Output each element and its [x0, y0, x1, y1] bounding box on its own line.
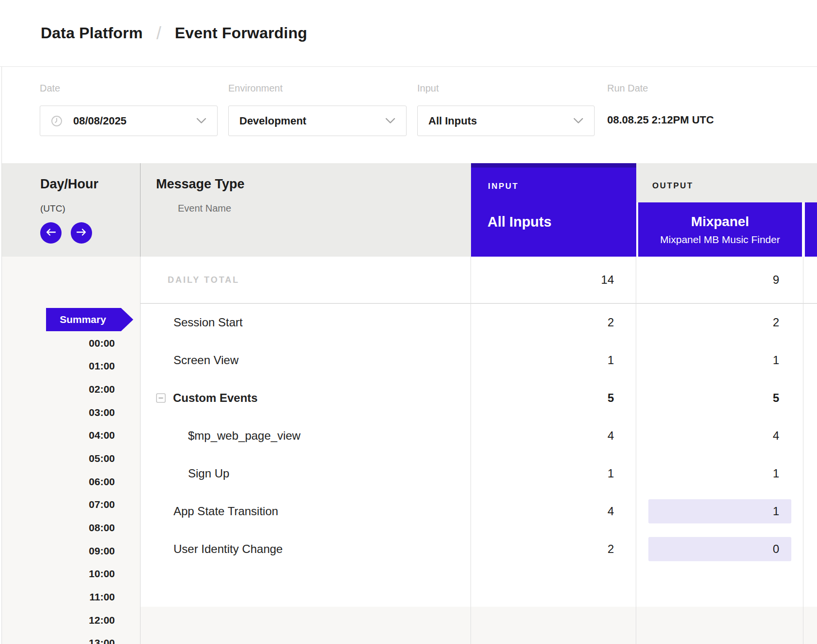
- sidebar-divider: [140, 163, 141, 257]
- next-output-column-partial[interactable]: [805, 202, 817, 257]
- output-count: 1: [636, 341, 779, 379]
- hour-label[interactable]: 02:00: [2, 378, 115, 401]
- filter-bar: Date 08/08/2025 Environment Development …: [0, 67, 817, 163]
- summary-tab[interactable]: Summary: [46, 308, 133, 331]
- input-column-name: All Inputs: [487, 214, 551, 230]
- input-count: 2: [471, 304, 614, 341]
- left-arrow-icon: [45, 228, 57, 238]
- date-filter-label: Date: [40, 83, 60, 94]
- table-row: Session Start22: [141, 304, 817, 341]
- day-hour-timezone: (UTC): [40, 203, 65, 214]
- hour-label[interactable]: 05:00: [2, 447, 115, 470]
- column-gap: [636, 202, 638, 257]
- table-row: User Identity Change20: [141, 530, 817, 568]
- daily-total-row: DAILY TOTAL 14 9: [141, 257, 817, 304]
- event-rows: Session Start22Screen View11Custom Event…: [141, 304, 817, 568]
- hour-label[interactable]: 01:00: [2, 355, 115, 378]
- hour-label[interactable]: 08:00: [2, 516, 115, 539]
- output-count: 5: [636, 379, 779, 417]
- output-name: Mixpanel: [691, 214, 749, 230]
- daily-total-output-value: 9: [636, 257, 779, 303]
- event-name: Screen View: [173, 341, 238, 379]
- top-bar: Data Platform / Event Forwarding: [0, 0, 817, 67]
- environment-value: Development: [239, 115, 306, 127]
- output-count: 4: [636, 417, 779, 455]
- event-name: Session Start: [173, 304, 243, 341]
- table-row: Screen View11: [141, 341, 817, 379]
- highlighted-output-cell[interactable]: 1: [648, 499, 791, 523]
- run-date-value: 08.08.25 2:12PM UTC: [607, 114, 714, 126]
- output-count: 1: [636, 455, 779, 492]
- date-value: 08/08/2025: [73, 115, 126, 127]
- column-gap: [802, 202, 805, 257]
- event-name: Sign Up: [188, 455, 229, 492]
- chevron-down-icon: [385, 118, 395, 124]
- event-name-subheader: Event Name: [178, 203, 231, 214]
- output-count: 0: [773, 542, 779, 556]
- date-dropdown[interactable]: 08/08/2025: [40, 106, 218, 136]
- message-type-header: Message Type: [156, 177, 245, 192]
- run-date-label: Run Date: [607, 83, 648, 94]
- input-count: 4: [471, 492, 614, 530]
- hour-label[interactable]: 07:00: [2, 493, 115, 517]
- output-column-label: OUTPUT: [652, 181, 693, 191]
- table-row: Sign Up11: [141, 455, 817, 492]
- hour-label[interactable]: 09:00: [2, 539, 115, 563]
- table-row: $mp_web_page_view44: [141, 417, 817, 455]
- chevron-down-icon: [573, 118, 583, 124]
- right-arrow-icon: [76, 228, 87, 238]
- input-count: 5: [471, 379, 614, 417]
- event-name: App State Transition: [173, 492, 278, 530]
- next-day-button[interactable]: [71, 222, 92, 244]
- table-row: App State Transition41: [141, 492, 817, 530]
- day-hour-header: Day/Hour: [40, 177, 98, 192]
- table-row: Custom Events55: [141, 379, 817, 417]
- breadcrumb-section[interactable]: Data Platform: [41, 24, 143, 42]
- sidebar-divider: [140, 257, 141, 644]
- input-count: 1: [471, 341, 614, 379]
- input-filter-value: All Inputs: [428, 115, 477, 127]
- event-name: $mp_web_page_view: [188, 417, 300, 455]
- output-count: 2: [636, 304, 779, 341]
- input-column-header[interactable]: INPUT All Inputs: [471, 163, 636, 257]
- hour-label[interactable]: 12:00: [2, 609, 115, 632]
- hour-label[interactable]: 06:00: [2, 470, 115, 493]
- output-subtitle: Mixpanel MB Music Finder: [660, 234, 780, 245]
- page-title: Event Forwarding: [175, 24, 307, 42]
- input-filter-label: Input: [417, 83, 439, 94]
- hour-list: 00:0001:0002:0003:0004:0005:0006:0007:00…: [2, 332, 115, 644]
- hour-label[interactable]: 13:00: [2, 632, 115, 644]
- chevron-down-icon: [196, 118, 206, 124]
- daily-total-input-value: 14: [471, 257, 614, 303]
- input-column-label: INPUT: [488, 182, 519, 191]
- column-divider: [803, 257, 803, 644]
- input-count: 2: [471, 530, 614, 568]
- hour-label[interactable]: 03:00: [2, 401, 115, 424]
- event-name: Custom Events: [173, 379, 258, 417]
- hour-label[interactable]: 00:00: [2, 332, 115, 355]
- input-dropdown[interactable]: All Inputs: [417, 106, 595, 136]
- input-count: 4: [471, 417, 614, 455]
- hour-label[interactable]: 11:00: [2, 585, 115, 609]
- event-name: User Identity Change: [173, 530, 283, 568]
- column-divider: [471, 257, 471, 644]
- highlighted-output-cell[interactable]: 0: [648, 537, 791, 561]
- daily-total-label: DAILY TOTAL: [168, 257, 239, 303]
- environment-dropdown[interactable]: Development: [228, 106, 407, 136]
- event-forwarding-page: Data Platform / Event Forwarding Date 08…: [0, 0, 817, 644]
- collapse-minus-icon[interactable]: [156, 393, 166, 403]
- previous-day-button[interactable]: [40, 222, 62, 244]
- output-column-header[interactable]: Mixpanel Mixpanel MB Music Finder: [638, 202, 802, 257]
- column-divider: [636, 257, 636, 644]
- input-count: 1: [471, 455, 614, 492]
- hour-label[interactable]: 04:00: [2, 424, 115, 447]
- breadcrumb-separator: /: [157, 23, 161, 44]
- output-count: 1: [773, 505, 779, 518]
- hour-label[interactable]: 10:00: [2, 563, 115, 586]
- environment-filter-label: Environment: [228, 83, 283, 94]
- clock-icon: [51, 115, 63, 127]
- table-footer-area: [141, 607, 817, 644]
